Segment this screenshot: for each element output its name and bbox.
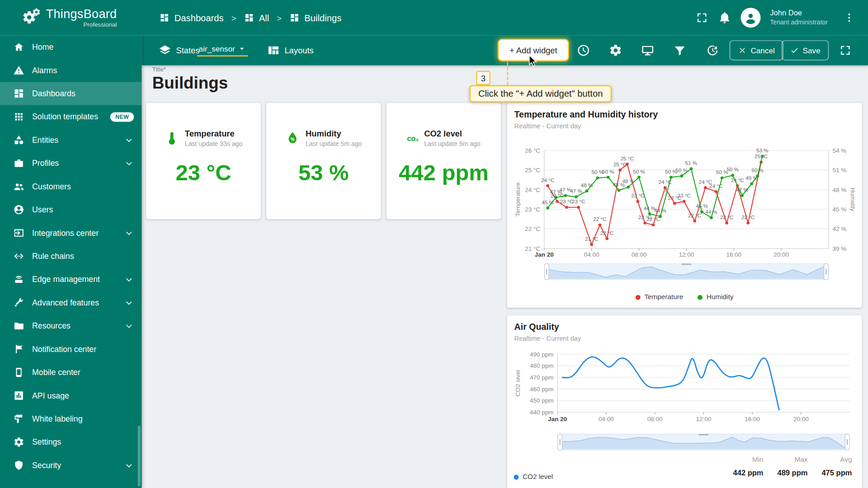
time-range-scrollbar[interactable] [557, 434, 850, 450]
sidebar-item-security[interactable]: Security [0, 454, 142, 477]
svg-text:CO2 level: CO2 level [514, 370, 521, 396]
sidebar-item-white-labeling[interactable]: White labeling [0, 407, 142, 430]
layouts-label: Layouts [284, 45, 313, 55]
max-label: Max [764, 456, 808, 464]
user-name: John Doe [770, 9, 834, 19]
svg-text:45 %: 45 % [833, 206, 847, 213]
legend-item-temperature[interactable]: Temperature [636, 293, 684, 301]
svg-text:480 ppm: 480 ppm [530, 362, 553, 369]
svg-text:16:00: 16:00 [745, 416, 760, 422]
sidebar-item-api-usage[interactable]: API usage [0, 384, 142, 407]
humidity-widget[interactable]: % Humidity Last update 5m ago 53 % [266, 103, 381, 219]
entity-aliases-icon[interactable] [641, 44, 654, 57]
filters-icon[interactable] [673, 44, 686, 57]
svg-text:24 °C: 24 °C [525, 187, 540, 193]
svg-text:50 %: 50 % [665, 169, 677, 174]
sidebar-item-mobile-center[interactable]: Mobile center [0, 361, 142, 384]
time-window-icon[interactable] [577, 44, 590, 57]
chart-legend: Temperature Humidity [507, 293, 862, 301]
breadcrumb-dashboards[interactable]: Dashboards [160, 13, 224, 23]
version-control-icon[interactable] [705, 44, 718, 57]
svg-text:39 %: 39 % [833, 245, 847, 252]
breadcrumb-buildings[interactable]: Buildings [289, 13, 341, 23]
brand[interactable]: ThingsBoard Professional [21, 7, 117, 28]
legend-item-humidity[interactable]: Humidity [698, 293, 733, 301]
avg-label: Avg [808, 456, 852, 464]
user-icon [743, 10, 758, 25]
sidebar-item-advanced-features[interactable]: Advanced features [0, 291, 142, 314]
breadcrumb-separator: > [231, 13, 236, 23]
close-icon [738, 46, 747, 55]
sidebar-item-rule-chains[interactable]: Rule chains [0, 244, 142, 267]
brand-subtitle: Professional [83, 21, 117, 28]
sidebar-item-settings[interactable]: Settings [0, 431, 142, 454]
breadcrumb-all[interactable]: All [244, 13, 269, 23]
svg-text:470 ppm: 470 ppm [530, 374, 553, 381]
chart-title: Air Quality [514, 322, 559, 332]
svg-text:48 %: 48 % [623, 178, 634, 184]
svg-text:%: % [291, 137, 295, 142]
kebab-menu-icon[interactable] [844, 12, 854, 23]
sidebar-item-users[interactable]: Users [0, 198, 142, 221]
svg-text:45 %: 45 % [696, 203, 708, 209]
chevron-down-icon [124, 298, 134, 308]
settings-icon [13, 436, 24, 447]
new-badge: NEW [110, 112, 134, 122]
check-icon [790, 46, 799, 55]
co2-value: 442 ppm [399, 160, 489, 185]
svg-text:25 °C: 25 °C [613, 161, 627, 167]
sidebar-item-customers[interactable]: Customers [0, 175, 142, 198]
svg-text:24 °C: 24 °C [541, 177, 554, 183]
temperature-widget[interactable]: Temperature Last update 33s ago 23 °C [146, 103, 260, 219]
svg-text:08:00: 08:00 [647, 416, 663, 422]
sidebar-item-resources[interactable]: Resources [0, 314, 142, 338]
edge-icon [13, 274, 24, 285]
time-range-scrollbar[interactable] [544, 263, 829, 280]
air-quality-widget[interactable]: Air Quality Realtime - Current day 490 p… [507, 315, 862, 488]
co2-widget[interactable]: co₂ CO2 level Last update 5m ago 442 ppm [387, 103, 501, 219]
user-menu[interactable]: John Doe Tenant administrator [770, 9, 834, 26]
sidebar-item-integrations-center[interactable]: Integrations center [0, 221, 142, 244]
sidebar-item-notification-center[interactable]: Notification center [0, 338, 142, 361]
svg-text:50 %: 50 % [676, 167, 688, 173]
resources-icon [13, 320, 24, 331]
users-icon [13, 204, 24, 215]
svg-text:25 °C: 25 °C [621, 155, 634, 161]
legend-item-co2[interactable]: CO2 level [514, 473, 553, 481]
svg-text:12:00: 12:00 [679, 251, 694, 258]
sidebar-item-edge-management[interactable]: Edge management [0, 268, 142, 291]
notifications-bell-icon[interactable] [718, 11, 731, 24]
sidebar-item-entities[interactable]: Entities [0, 128, 142, 151]
expand-icon[interactable] [839, 44, 852, 57]
thermometer-icon [165, 131, 179, 145]
dashboard-settings-icon[interactable] [609, 44, 622, 57]
chevron-down-icon [124, 460, 134, 470]
svg-text:47 %: 47 % [560, 187, 572, 192]
temperature-humidity-history-widget[interactable]: Temperature and Humidity history Realtim… [507, 103, 862, 308]
toolbar-icons [577, 44, 718, 57]
dashboard-title-field[interactable]: Title* Buildings [152, 66, 228, 93]
state-value: air_sensor [199, 44, 235, 53]
breadcrumb-separator: > [277, 13, 282, 23]
svg-text:22 °C: 22 °C [741, 214, 755, 220]
sidebar-item-dashboards[interactable]: Dashboards [0, 82, 142, 105]
save-button[interactable]: Save [782, 40, 829, 60]
cancel-button[interactable]: Cancel [730, 40, 783, 60]
sidebar-item-home[interactable]: Home [0, 35, 142, 58]
sidebar-item-solution-templates[interactable]: Solution templates NEW [0, 105, 142, 128]
svg-text:54 %: 54 % [833, 147, 847, 154]
svg-text:50 %: 50 % [726, 166, 738, 172]
temperature-value: 23 °C [175, 160, 231, 185]
advanced-icon [13, 297, 24, 308]
co2-chart: 490 ppm480 ppm470 ppm460 ppm450 ppm440 p… [513, 347, 855, 425]
fullscreen-icon[interactable] [695, 11, 708, 24]
state-select[interactable]: air_sensor [197, 44, 248, 56]
api-icon [13, 390, 24, 401]
avatar[interactable] [741, 8, 760, 28]
svg-text:50 %: 50 % [633, 169, 645, 174]
widget-last-update: Last update 5m ago [306, 140, 362, 147]
sidebar-item-profiles[interactable]: Profiles [0, 152, 142, 175]
chart-subtitle: Realtime - Current day [514, 122, 581, 130]
svg-text:22 °C: 22 °C [646, 216, 660, 222]
sidebar-item-alarms[interactable]: Alarms [0, 59, 142, 82]
